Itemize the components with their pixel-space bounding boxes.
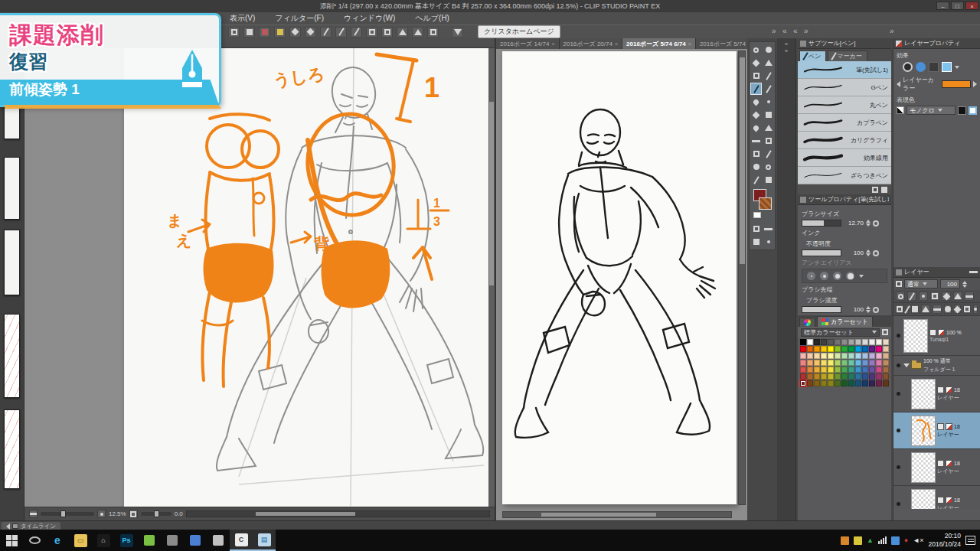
color-swatch[interactable]: [800, 346, 806, 352]
color-swatch[interactable]: [848, 367, 854, 373]
layer-opacity-field[interactable]: 100: [940, 279, 960, 289]
opacity-stepper[interactable]: [866, 249, 871, 256]
ruler-icon[interactable]: [907, 292, 916, 301]
color-swatch[interactable]: [828, 360, 834, 366]
right-canvas-horizontal-scrollbar[interactable]: [502, 511, 732, 518]
taskbar-app-blue[interactable]: [184, 530, 207, 551]
color-swatch[interactable]: [835, 373, 841, 380]
layer-name[interactable]: レイヤー: [937, 468, 978, 475]
tool-screen-color[interactable]: [750, 236, 762, 248]
folder-expand-icon[interactable]: [903, 364, 910, 367]
color-swatch[interactable]: [855, 373, 861, 380]
merge-icon[interactable]: [933, 305, 942, 314]
aa-strong-button[interactable]: [846, 272, 854, 280]
brush-item-4[interactable]: カブラペン: [798, 114, 891, 132]
toolbar-material-book-button[interactable]: [381, 27, 393, 37]
color-swatch[interactable]: [876, 360, 882, 366]
expression-color-dropdown[interactable]: モノクロ: [906, 106, 956, 115]
draft-icon[interactable]: [953, 292, 962, 301]
color-swatch[interactable]: [883, 373, 889, 380]
color-swatch[interactable]: [841, 380, 848, 386]
mask-icon[interactable]: [896, 292, 905, 301]
color-swatch[interactable]: [800, 380, 806, 386]
tool-text[interactable]: [750, 161, 762, 173]
color-swatch[interactable]: [800, 367, 806, 373]
color-set-preset-dropdown[interactable]: 標準カラーセット: [801, 328, 880, 337]
color-swatch[interactable]: [883, 380, 889, 386]
color-swatch[interactable]: [862, 353, 868, 359]
toolbar-pen-tool-quick-button[interactable]: [320, 27, 332, 37]
panel-collapse-icon[interactable]: »: [804, 27, 808, 35]
canvas-page-ink[interactable]: [502, 51, 737, 504]
zoom-slider[interactable]: [41, 512, 94, 516]
maximize-button[interactable]: □: [951, 2, 964, 10]
color-swatch[interactable]: [883, 339, 889, 345]
zoom-out-button[interactable]: [29, 510, 38, 518]
aa-mid-button[interactable]: [833, 272, 841, 280]
expand-icon[interactable]: [973, 81, 977, 87]
color-swatch[interactable]: [862, 367, 868, 373]
color-swatch[interactable]: [828, 373, 834, 380]
layer-property-header[interactable]: レイヤープロパティ: [893, 38, 980, 49]
subtool-tab-marker[interactable]: マーカー: [828, 51, 867, 61]
color-swatch[interactable]: [841, 353, 848, 359]
new-folder-icon[interactable]: [911, 305, 919, 314]
color-swatch[interactable]: [828, 339, 834, 345]
toolbar-reference-book-button[interactable]: [366, 27, 377, 37]
edit-color-set-icon[interactable]: [882, 329, 888, 335]
eye-icon[interactable]: [897, 364, 900, 367]
page-thumbnail-3[interactable]: [4, 230, 20, 295]
color-swatch[interactable]: [828, 353, 834, 359]
tool-figure[interactable]: [763, 135, 774, 147]
color-swatch[interactable]: [841, 346, 848, 352]
tool-frame-border[interactable]: [750, 148, 762, 160]
color-swatch[interactable]: [800, 373, 806, 380]
taskbar-store[interactable]: ⌂: [92, 530, 115, 551]
panel-collapse-icon[interactable]: »: [890, 27, 894, 35]
taskbar-photoshop[interactable]: Ps: [115, 530, 138, 551]
layer-thumbnail[interactable]: [911, 416, 936, 446]
brush-size-stepper[interactable]: [866, 220, 871, 227]
tool-airbrush[interactable]: [763, 96, 774, 108]
aa-expand[interactable]: [859, 275, 864, 278]
color-swatch[interactable]: [855, 353, 861, 359]
layer-row-6[interactable]: 18レイヤー: [893, 486, 980, 509]
layer-row-3[interactable]: 18レイヤー: [893, 376, 980, 412]
color-swatch[interactable]: [876, 353, 882, 359]
taskbar-explorer[interactable]: ▭: [69, 530, 92, 551]
color-swatch[interactable]: [800, 339, 806, 345]
density-stepper[interactable]: [866, 306, 871, 313]
panel-collapse-icon[interactable]: «: [793, 27, 798, 35]
color-swatch[interactable]: [862, 346, 868, 352]
color-swatch[interactable]: [828, 346, 834, 352]
toolbar-snap-ruler-button[interactable]: [289, 27, 301, 37]
tool-pencil[interactable]: [763, 83, 774, 95]
panel-menu-icon[interactable]: [969, 271, 978, 273]
taskbar-clip-studio[interactable]: C: [230, 530, 253, 551]
color-swatch[interactable]: [869, 353, 875, 359]
tray-tray-cube-icon[interactable]: [841, 536, 849, 545]
eye-icon[interactable]: [897, 502, 900, 506]
palette-color-icon[interactable]: [965, 292, 974, 301]
tool-move[interactable]: [750, 57, 762, 69]
taskbar-clip-paint[interactable]: ▤: [253, 530, 276, 551]
toolbar-new-document-button[interactable]: [228, 27, 240, 37]
tool-marquee[interactable]: [750, 70, 762, 82]
color-swatch[interactable]: [821, 367, 827, 373]
close-tab-icon[interactable]: ×: [688, 41, 691, 47]
panel-collapse-icon[interactable]: »: [772, 27, 776, 35]
opacity-stepper[interactable]: [962, 281, 967, 288]
color-swatch[interactable]: [855, 346, 861, 352]
collapsed-panel-bar[interactable]: «»: [777, 38, 796, 520]
2pane-icon[interactable]: [963, 305, 971, 314]
toolbar-color-profile-button[interactable]: [274, 27, 286, 37]
layer-thumbnail[interactable]: [903, 319, 928, 353]
color-swatch[interactable]: [821, 380, 827, 386]
tool-zoom[interactable]: [750, 44, 762, 56]
mask-create-icon[interactable]: [944, 305, 952, 314]
canvas-window-left[interactable]: 1 1 3: [24, 38, 495, 520]
tool-line-correct[interactable]: [750, 174, 762, 186]
color-swatch[interactable]: [814, 353, 820, 359]
density-value[interactable]: 100: [844, 306, 864, 313]
layer-name[interactable]: レイヤー: [937, 504, 978, 510]
